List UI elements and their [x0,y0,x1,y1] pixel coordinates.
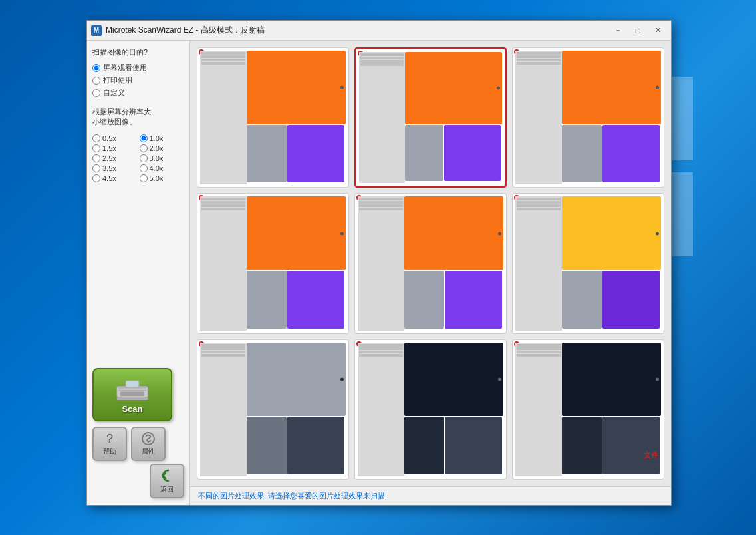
thumb-bl-1 [247,125,287,183]
title-bar-controls: － □ ✕ [608,23,667,38]
app-window: M Microtek ScanWizard EZ - 高级模式：反射稿 － □ … [86,20,672,506]
thumbnail-2 [359,52,502,183]
thumbnail-9 [515,343,661,476]
image-card-3[interactable] [512,47,664,188]
purpose-radio-group: 屏幕观看使用 打印使用 自定义 [92,63,184,98]
left-bottom-buttons: Scan ? 帮助 属性 [92,368,184,498]
main-content: 扫描图像的目的? 屏幕观看使用 打印使用 自定义 根据屏幕分辨 [87,41,671,505]
thumbnail-3 [515,51,661,184]
ruler-1d [201,62,245,65]
scale-2.5x[interactable]: 2.5x [92,154,138,162]
image-card-5[interactable] [354,193,507,333]
radio-print-label: 打印使用 [103,75,132,85]
radio-custom-input[interactable] [92,89,100,97]
status-bar: 不同的图片处理效果. 请选择您喜爱的图片处理效果来扫描. [190,486,671,505]
scale-3.5x[interactable]: 3.5x [92,164,138,172]
radio-screen-label: 屏幕观看使用 [103,63,147,73]
back-icon [159,468,175,484]
image-card-1[interactable] [197,47,349,188]
maximize-button[interactable]: □ [628,23,647,38]
scale-radio-group: 0.5x 1.0x 1.5x 2.0x [92,134,184,182]
thumbnail-6 [515,196,661,330]
scale-3.5x-label: 3.5x [102,164,116,172]
scale-3.0x[interactable]: 3.0x [140,154,185,162]
scale-2.5x-label: 2.5x [102,154,116,162]
radio-print-input[interactable] [92,77,100,85]
scale-1.0x-label: 1.0x [150,134,164,142]
scale-5.0x[interactable]: 5.0x [140,174,185,182]
thumbnail-8 [358,343,503,476]
scanner-icon [116,376,149,401]
scale-4.0x-label: 4.0x [150,164,164,172]
thumbnail-5 [358,196,503,330]
image-card-7[interactable] [197,339,349,480]
help-button[interactable]: ? 帮助 [92,427,127,461]
scale-3.5x-input[interactable] [92,164,100,172]
scale-2.0x-input[interactable] [140,144,148,152]
scale-4.5x-label: 4.5x [102,174,116,182]
thumb-br-1 [287,125,344,183]
title-bar-left: M Microtek ScanWizard EZ - 高级模式：反射稿 [91,25,265,36]
image-card-8[interactable] [354,339,507,480]
ruler-1b [201,55,245,58]
properties-button[interactable]: 属性 [131,427,166,461]
scale-1.5x[interactable]: 1.5x [92,144,138,152]
ruler-1a [201,52,245,55]
scale-4.0x-input[interactable] [140,164,148,172]
scan-button[interactable]: Scan [92,368,172,421]
help-label: 帮助 [103,447,116,456]
radio-custom[interactable]: 自定义 [92,88,184,98]
image-card-4[interactable] [197,193,349,333]
scale-4.5x-input[interactable] [92,174,100,182]
back-button[interactable]: 返回 [150,464,184,498]
scale-0.5x[interactable]: 0.5x [92,134,138,142]
scale-0.5x-input[interactable] [92,134,100,142]
left-panel: 扫描图像的目的? 屏幕观看使用 打印使用 自定义 根据屏幕分辨 [87,41,190,505]
thumb-top-2 [405,52,502,124]
scale-5.0x-label: 5.0x [150,174,164,182]
thumbnail-4 [200,196,346,330]
radio-screen-input[interactable] [92,64,100,72]
status-text: 不同的图片处理效果. 请选择您喜爱的图片处理效果来扫描. [198,491,387,501]
thumb-left-1 [200,51,247,184]
small-buttons-row: ? 帮助 属性 [92,427,184,461]
image-card-9[interactable]: 文件 [512,339,664,480]
scale-1.0x[interactable]: 1.0x [140,134,185,142]
scale-2.0x[interactable]: 2.0x [140,144,185,152]
last-row: 返回 [92,464,184,498]
dot-1 [340,86,344,89]
scale-4.5x[interactable]: 4.5x [92,174,138,182]
scale-2.5x-input[interactable] [92,154,100,162]
scale-1.0x-input[interactable] [140,134,148,142]
minimize-button[interactable]: － [608,23,627,38]
title-bar: M Microtek ScanWizard EZ - 高级模式：反射稿 － □ … [87,21,671,41]
scale-1.5x-label: 1.5x [102,144,116,152]
thumb-bottom-1 [247,125,346,183]
scale-5.0x-input[interactable] [140,174,148,182]
left-panel-inner: 扫描图像的目的? 屏幕观看使用 打印使用 自定义 根据屏幕分辨 [92,47,184,368]
image-card-6[interactable] [512,193,664,333]
close-button[interactable]: ✕ [648,23,667,38]
radio-print[interactable]: 打印使用 [92,75,184,85]
scale-0.5x-label: 0.5x [102,134,116,142]
help-icon: ? [106,432,113,446]
scale-1.5x-input[interactable] [92,144,100,152]
back-label: 返回 [160,485,174,494]
thumbnail-1 [200,51,346,184]
svg-rect-10 [117,397,148,399]
scale-4.0x[interactable]: 4.0x [140,164,185,172]
thumb-left-2 [359,52,405,183]
scale-3.0x-input[interactable] [140,154,148,162]
radio-screen[interactable]: 屏幕观看使用 [92,63,184,73]
right-panel-wrapper: 文件 不同的图片处理效果. 请选择您喜爱的图片处理效果来扫描. [190,41,671,505]
radio-custom-label: 自定义 [103,88,125,98]
image-card-2[interactable] [354,47,507,188]
scale-3.0x-label: 3.0x [150,154,164,162]
svg-rect-6 [118,388,146,390]
thumb-top-1 [247,51,346,124]
app-icon: M [91,25,102,36]
svg-rect-9 [127,381,138,386]
ruler-1c [201,59,245,61]
svg-rect-7 [120,391,145,396]
properties-icon [141,431,156,446]
